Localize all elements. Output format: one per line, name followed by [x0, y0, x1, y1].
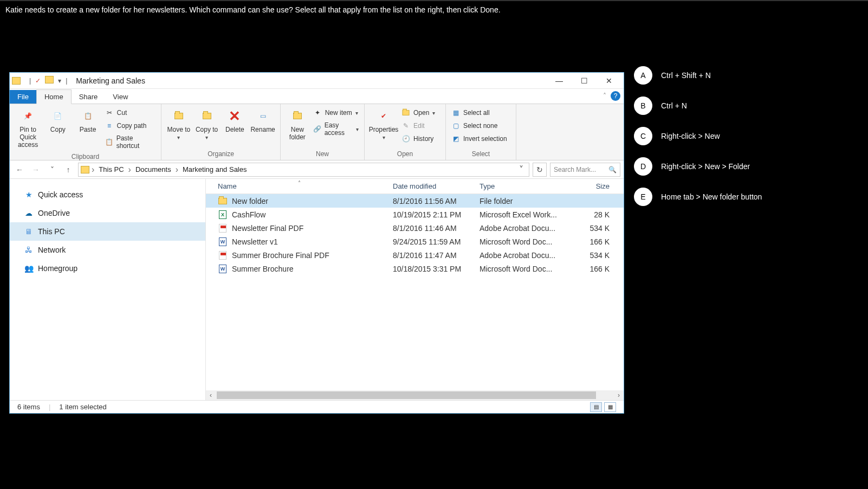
properties-button[interactable]: ✔ Properties: [369, 106, 398, 140]
open-button[interactable]: Open: [400, 107, 436, 118]
tab-file[interactable]: File: [10, 90, 36, 104]
folder-icon: [218, 197, 228, 205]
group-organize-label: Organize: [161, 150, 280, 160]
search-icon[interactable]: 🔍: [608, 166, 617, 173]
file-type: Microsoft Word Doc...: [480, 237, 566, 246]
search-input[interactable]: Search Mark... 🔍: [550, 163, 620, 177]
path-icon: ≡: [105, 121, 114, 130]
select-none-button[interactable]: ▢Select none: [450, 120, 508, 131]
thumbnails-view-button[interactable]: ▦: [604, 402, 616, 412]
copy-to-button[interactable]: Copy to: [194, 106, 220, 140]
help-icon[interactable]: ?: [611, 91, 620, 101]
file-type: Adobe Acrobat Docu...: [480, 251, 566, 260]
tab-share[interactable]: Share: [72, 90, 106, 104]
choice-a[interactable]: ACtrl + Shift + N: [634, 66, 762, 85]
recent-locations-button[interactable]: ˅: [46, 163, 59, 176]
invert-selection-button[interactable]: ◩Invert selection: [450, 133, 508, 144]
copy-icon: 📄: [49, 107, 67, 125]
qat-check-icon[interactable]: ✓: [35, 77, 41, 85]
select-none-icon: ▢: [451, 121, 460, 130]
column-name[interactable]: Name˄: [206, 182, 393, 190]
column-date[interactable]: Date modified: [393, 182, 480, 190]
choice-letter: C: [634, 127, 652, 145]
table-row[interactable]: WSummer Brochure10/18/2015 3:31 PMMicros…: [206, 262, 624, 275]
crumb-documents[interactable]: Documents: [133, 165, 173, 173]
paste-button[interactable]: 📋 Paste: [74, 106, 101, 133]
choice-label: Home tab > New folder button: [661, 192, 762, 201]
choice-d[interactable]: DRight-click > New > Folder: [634, 157, 762, 176]
sidebar-item-network[interactable]: 🖧Network: [10, 241, 205, 259]
chevron-right-icon[interactable]: ›: [92, 165, 94, 175]
table-row[interactable]: Summer Brochure Final PDF8/1/2016 11:47 …: [206, 248, 624, 262]
column-headers: Name˄ Date modified Type Size: [206, 179, 624, 194]
sidebar-item-quick-access[interactable]: ★Quick access: [10, 185, 205, 204]
file-date: 8/1/2016 11:47 AM: [393, 251, 480, 260]
window-title: Marketing and Sales: [76, 76, 145, 85]
choice-letter: B: [634, 96, 652, 115]
pdf-icon: [218, 251, 228, 260]
forward-button[interactable]: →: [29, 163, 42, 176]
cut-button[interactable]: ✂Cut: [104, 107, 157, 118]
tab-view[interactable]: View: [105, 90, 135, 104]
rename-button[interactable]: ▭ Rename: [250, 106, 276, 133]
qat-folder-icon[interactable]: [45, 76, 54, 85]
collapse-ribbon-icon[interactable]: ˄: [603, 92, 606, 100]
paste-shortcut-button[interactable]: 📋Paste shortcut: [104, 133, 157, 151]
select-all-button[interactable]: ▦Select all: [450, 107, 508, 118]
file-size: 534 K: [566, 224, 615, 233]
pin-to-quick-access-button[interactable]: 📌 Pin to Quick access: [14, 106, 42, 149]
excel-icon: X: [218, 210, 228, 219]
qat-separator-2: |: [66, 77, 67, 85]
maximize-button[interactable]: ☐: [572, 73, 597, 88]
copy-button[interactable]: 📄 Copy: [44, 106, 72, 133]
sidebar-item-homegroup[interactable]: 👥Homegroup: [10, 259, 205, 278]
up-button[interactable]: ↑: [62, 163, 75, 176]
move-to-button[interactable]: Move to: [166, 106, 192, 140]
group-new-label: New: [281, 150, 364, 160]
table-row[interactable]: WNewsletter v19/24/2015 11:59 AMMicrosof…: [206, 235, 624, 248]
delete-button[interactable]: ✕ Delete: [222, 106, 248, 133]
sidebar-item-onedrive[interactable]: ☁OneDrive: [10, 204, 205, 222]
scroll-thumb[interactable]: [217, 391, 596, 399]
table-row[interactable]: New folder8/1/2016 11:56 AMFile folder: [206, 194, 624, 208]
horizontal-scrollbar[interactable]: ‹ ›: [206, 390, 624, 400]
minimize-button[interactable]: —: [547, 73, 572, 88]
address-dropdown-icon[interactable]: ˅: [516, 164, 527, 175]
breadcrumb[interactable]: › This PC › Documents › Marketing and Sa…: [78, 163, 529, 177]
tab-home[interactable]: Home: [36, 89, 72, 104]
history-button[interactable]: 🕘History: [400, 133, 436, 144]
edit-button[interactable]: ✎Edit: [400, 120, 436, 131]
crumb-this-pc[interactable]: This PC: [96, 165, 126, 173]
details-view-button[interactable]: ▤: [590, 402, 602, 412]
crumb-current[interactable]: Marketing and Sales: [180, 165, 249, 173]
word-icon: W: [218, 265, 228, 273]
copy-path-button[interactable]: ≡Copy path: [104, 120, 157, 131]
file-size: 166 K: [566, 237, 615, 246]
scroll-left-icon[interactable]: ‹: [206, 391, 216, 399]
column-size[interactable]: Size: [566, 182, 615, 190]
chevron-right-icon[interactable]: ›: [128, 165, 131, 175]
chevron-right-icon[interactable]: ›: [176, 165, 178, 175]
new-folder-button[interactable]: New folder: [285, 106, 310, 141]
refresh-button[interactable]: ↻: [533, 163, 547, 177]
shortcut-icon: 📋: [105, 138, 113, 146]
pin-icon: 📌: [20, 107, 37, 125]
easy-access-button[interactable]: 🔗Easy access: [312, 120, 360, 138]
qat-dropdown-icon[interactable]: ▾: [58, 77, 61, 85]
column-type[interactable]: Type: [480, 182, 566, 190]
ribbon: 📌 Pin to Quick access 📄 Copy 📋 Paste ✂Cu…: [10, 104, 624, 160]
select-all-icon: ▦: [451, 108, 460, 117]
table-row[interactable]: XCashFlow10/19/2015 2:11 PMMicrosoft Exc…: [206, 208, 624, 221]
table-row[interactable]: Newsletter Final PDF8/1/2016 11:46 AMAdo…: [206, 221, 624, 235]
scroll-right-icon[interactable]: ›: [614, 391, 624, 399]
invert-icon: ◩: [451, 134, 460, 143]
choice-c[interactable]: CRight-click > New: [634, 127, 762, 145]
choice-b[interactable]: BCtrl + N: [634, 96, 762, 115]
sidebar-item-this-pc[interactable]: 🖥This PC: [10, 222, 205, 241]
group-open-label: Open: [365, 150, 445, 160]
new-item-button[interactable]: ✦New item: [312, 107, 360, 118]
file-date: 10/18/2015 3:31 PM: [393, 265, 480, 273]
choice-e[interactable]: EHome tab > New folder button: [634, 188, 762, 206]
close-button[interactable]: ✕: [597, 73, 621, 88]
back-button[interactable]: ←: [13, 163, 26, 176]
